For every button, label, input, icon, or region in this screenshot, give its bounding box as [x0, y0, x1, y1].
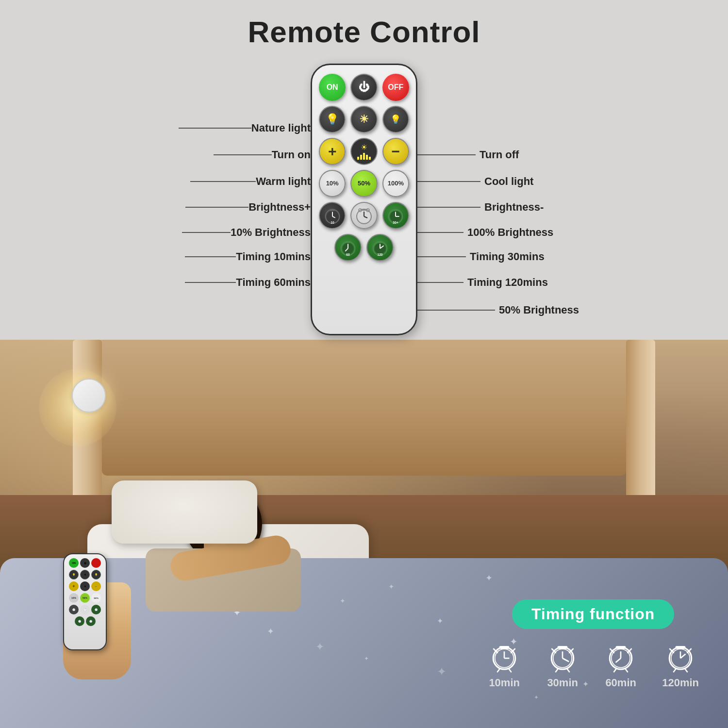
row-percent: 10% 50% 100% [319, 170, 409, 197]
svg-line-66 [685, 668, 687, 672]
svg-line-44 [563, 658, 569, 662]
label-cool-light: Cool light [417, 175, 533, 188]
right-pillar [626, 340, 655, 495]
label-timing-120: Timing 120mins [417, 276, 548, 289]
line-brightness-100 [417, 232, 463, 233]
label-brightness-50: 50% Brightness [417, 304, 579, 316]
label-nature-light: Nature light [175, 122, 311, 134]
svg-line-48 [567, 668, 569, 672]
timing-item-120: 120min [662, 639, 699, 689]
svg-text:60: 60 [346, 253, 350, 256]
small-btn-m: ☀ [80, 570, 90, 579]
remote-control: ON ⏻ OFF 💡 ☀ 💡 + ☀ [311, 64, 417, 335]
svg-rect-51 [616, 646, 626, 649]
btn-off[interactable]: OFF [382, 74, 409, 101]
btn-brightness-plus[interactable]: + [319, 138, 346, 165]
btn-on[interactable]: ON [319, 74, 346, 101]
svg-text:30+: 30+ [393, 221, 398, 224]
hand-remote-container: ON ⏻ 💡 ☀ 💡 + ☀ − 10% 50% 100% 🕐 🕐 [49, 534, 155, 679]
page-title: Remote Control [248, 15, 480, 49]
line-timing-10 [185, 256, 236, 257]
small-btn-c: 💡 [91, 570, 101, 579]
small-row-3: + ☀ − [66, 581, 103, 591]
label-turn-off: Turn off [417, 149, 519, 161]
small-btn-plus: + [69, 581, 79, 591]
small-btn-50p: 50% [80, 593, 90, 603]
label-timing-10: Timing 10mins [181, 250, 311, 263]
star-9: ✦ [364, 655, 369, 662]
svg-rect-42 [558, 646, 568, 649]
small-btn-minus: − [91, 581, 101, 591]
btn-clock[interactable] [350, 202, 377, 229]
timing-label-30: 30min [547, 677, 578, 689]
timing-label-60: 60min [605, 677, 636, 689]
star-4: ✦ [340, 597, 346, 605]
star-7: ✦ [315, 641, 324, 653]
small-remote: ON ⏻ 💡 ☀ 💡 + ☀ − 10% 50% 100% 🕐 🕐 [63, 553, 107, 650]
timing-item-10: 10min [487, 639, 521, 689]
timing-label-10: 10min [489, 677, 520, 689]
row-brightness: + ☀ − [319, 138, 409, 165]
star-10: ✦ [485, 573, 493, 583]
small-row-2: 💡 ☀ 💡 [66, 570, 103, 579]
star-6: ✦ [388, 582, 395, 591]
star-13: ✦ [437, 665, 447, 678]
small-row-1: ON ⏻ [66, 558, 103, 568]
small-btn-t10: 🕐 [69, 605, 79, 614]
svg-rect-4 [330, 209, 335, 211]
svg-rect-17 [393, 209, 398, 211]
label-timing-60: Timing 60mins [181, 276, 311, 289]
line-brightness-10 [182, 232, 231, 233]
btn-brightness-minus[interactable]: − [382, 138, 409, 165]
btn-timer-30[interactable]: 30+ [382, 202, 409, 229]
timing-section: Timing function 10min [487, 599, 699, 689]
line-turn-off [417, 154, 476, 155]
svg-line-56 [614, 668, 616, 672]
timing-item-30: 30min [546, 639, 579, 689]
line-timing-120 [417, 282, 463, 283]
svg-line-65 [674, 668, 676, 672]
svg-line-53 [616, 658, 621, 662]
svg-line-57 [625, 668, 628, 672]
line-nature-light [179, 128, 251, 129]
label-warm-light: Warm light [186, 175, 311, 188]
small-btn-w: 💡 [69, 570, 79, 579]
small-btn-clk: 🕐 [80, 605, 90, 614]
btn-10-percent[interactable]: 10% [319, 170, 346, 197]
small-btn-10p: 10% [69, 593, 79, 603]
btn-timer-10[interactable]: 10 [319, 202, 346, 229]
brightness-display: ☀ [350, 138, 377, 165]
small-btn-t120: 🕐 [86, 616, 96, 626]
row-timer-2: 60 120 [319, 234, 409, 261]
bottom-section: ✦ ✦ ✦ ✦ ✦ ✦ ✦ ✦ ✦ ✦ ✦ ✦ ✦ ✦ ✦ ON ⏻ [0, 340, 728, 728]
svg-line-38 [497, 668, 500, 672]
svg-rect-23 [345, 241, 350, 243]
label-brightness-minus: Brightness- [417, 201, 544, 214]
small-btn-on: ON [69, 558, 79, 568]
row-on-off: ON ⏻ OFF [319, 74, 409, 101]
svg-line-39 [509, 668, 511, 672]
btn-power[interactable]: ⏻ [350, 74, 377, 101]
row-lights: 💡 ☀ 💡 [319, 106, 409, 133]
line-timing-30 [417, 256, 466, 257]
btn-timer-60[interactable]: 60 [334, 234, 362, 261]
small-btn-100p: 100% [91, 593, 101, 603]
btn-50-percent[interactable]: 50% [350, 170, 377, 197]
svg-line-62 [680, 654, 686, 659]
svg-rect-10 [361, 209, 367, 211]
alarm-icon-120 [663, 639, 697, 673]
svg-line-47 [556, 668, 558, 672]
btn-warm-light[interactable]: 💡 [319, 106, 346, 133]
btn-100-percent[interactable]: 100% [382, 170, 409, 197]
timing-badge: Timing function [512, 599, 674, 629]
line-brightness-50 [417, 310, 495, 311]
small-btn-t30: 🕐 [91, 605, 101, 614]
label-brightness-10: 10% Brightness [178, 226, 311, 239]
svg-rect-29 [377, 241, 382, 243]
btn-cool-light[interactable]: 💡 [382, 106, 409, 133]
small-row-5: 🕐 🕐 🕐 [66, 605, 103, 614]
btn-timer-120[interactable]: 120 [366, 234, 394, 261]
btn-mid-light[interactable]: ☀ [350, 106, 377, 133]
svg-text:120: 120 [377, 253, 382, 256]
line-cool-light [417, 181, 480, 182]
